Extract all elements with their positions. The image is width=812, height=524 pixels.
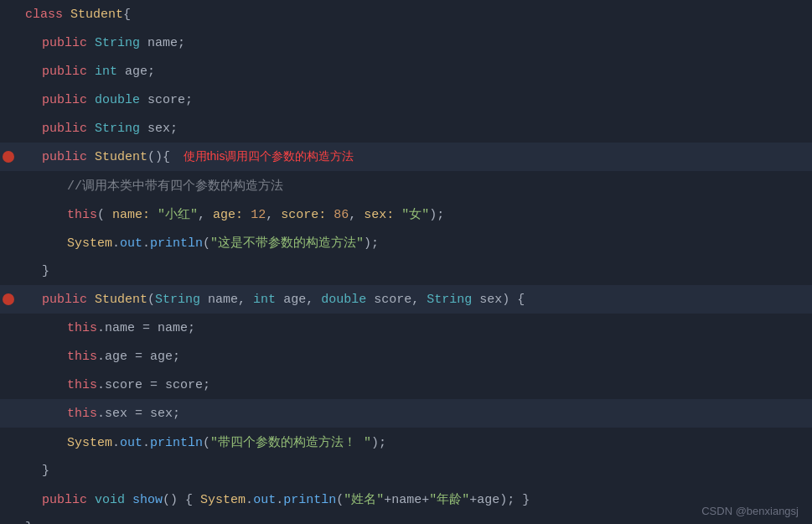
line-8: this( name: "小红", age: 12, score: 86, se… <box>0 200 812 228</box>
code-line-15: this.sex = sex; <box>17 407 812 421</box>
line-17: } <box>0 456 812 485</box>
line-19: } <box>0 513 812 524</box>
line-4: public double score; <box>0 86 812 114</box>
breakpoint-6 <box>3 151 14 163</box>
code-line-19: } <box>17 521 812 525</box>
breakpoint-11 <box>3 293 14 305</box>
line-6: public Student(){ 使用this调用四个参数的构造方法 <box>0 143 812 171</box>
code-line-6: public Student(){ 使用this调用四个参数的构造方法 <box>17 149 812 164</box>
code-line-9: System.out.println("这是不带参数的构造方法"); <box>17 235 812 251</box>
line-13: this.age = age; <box>0 342 812 371</box>
line-14: this.score = score; <box>0 371 812 399</box>
code-line-5: public String sex; <box>17 122 812 136</box>
code-editor: class Student{ public String name; publi… <box>0 0 812 524</box>
code-line-14: this.score = score; <box>17 378 812 392</box>
line-16: System.out.println("带四个参数的构造方法！ "); <box>0 428 812 456</box>
line-1: class Student{ <box>0 0 812 29</box>
code-line-17: } <box>17 464 812 478</box>
code-line-10: } <box>17 264 812 278</box>
line-5: public String sex; <box>0 114 812 143</box>
gutter-6 <box>0 151 17 163</box>
code-line-1: class Student{ <box>17 8 812 22</box>
code-line-2: public String name; <box>17 36 812 50</box>
line-18: public void show() { System.out.println(… <box>0 485 812 513</box>
line-10: } <box>0 257 812 285</box>
line-12: this.name = name; <box>0 314 812 342</box>
code-line-16: System.out.println("带四个参数的构造方法！ "); <box>17 434 812 450</box>
line-11: public Student(String name, int age, dou… <box>0 285 812 314</box>
watermark: CSDN @benxiangsj <box>701 505 799 517</box>
code-line-8: this( name: "小红", age: 12, score: 86, se… <box>17 206 812 222</box>
code-line-13: this.age = age; <box>17 350 812 364</box>
line-9: System.out.println("这是不带参数的构造方法"); <box>0 228 812 257</box>
code-line-3: public int age; <box>17 65 812 79</box>
code-line-4: public double score; <box>17 93 812 107</box>
line-7: //调用本类中带有四个参数的构造方法 <box>0 171 812 200</box>
code-line-18: public void show() { System.out.println(… <box>17 491 812 507</box>
line-15: this.sex = sex; <box>0 399 812 428</box>
line-3: public int age; <box>0 57 812 86</box>
line-2: public String name; <box>0 29 812 57</box>
code-line-7: //调用本类中带有四个参数的构造方法 <box>17 178 812 194</box>
code-line-11: public Student(String name, int age, dou… <box>17 293 812 307</box>
code-line-12: this.name = name; <box>17 321 812 335</box>
gutter-11 <box>0 293 17 305</box>
